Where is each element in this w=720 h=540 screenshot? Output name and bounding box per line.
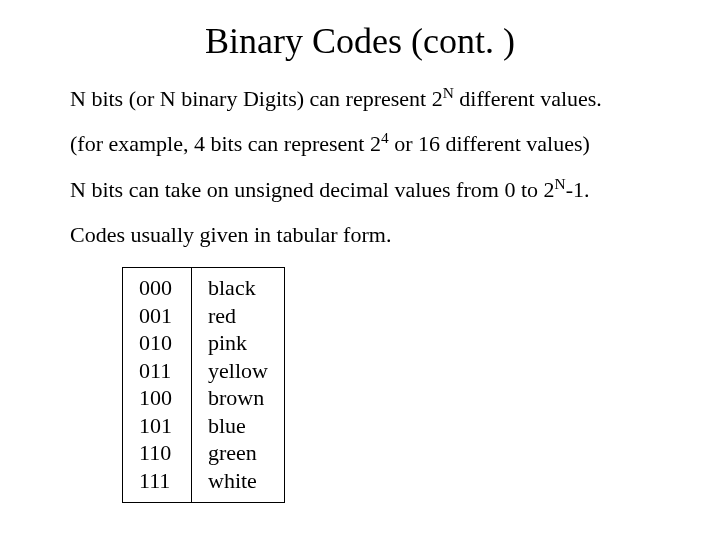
table-row: green — [208, 439, 268, 467]
paragraph-2: (for example, 4 bits can represent 24 or… — [70, 131, 650, 156]
codes-column-binary: 000 001 010 011 100 101 110 111 — [122, 267, 192, 503]
table-row: 100 — [139, 384, 175, 412]
table-row: 110 — [139, 439, 175, 467]
p2-text-b: or 16 different values) — [389, 131, 590, 156]
p3-superscript: N — [555, 174, 566, 191]
table-row: white — [208, 467, 268, 495]
table-row: 001 — [139, 302, 175, 330]
paragraph-1: N bits (or N binary Digits) can represen… — [70, 86, 650, 111]
paragraph-3: N bits can take on unsigned decimal valu… — [70, 177, 650, 202]
table-row: yellow — [208, 357, 268, 385]
table-row: 010 — [139, 329, 175, 357]
p1-text-b: different values. — [454, 86, 602, 111]
table-row: red — [208, 302, 268, 330]
p2-text-a: (for example, 4 bits can represent 2 — [70, 131, 381, 156]
p1-text-a: N bits (or N binary Digits) can represen… — [70, 86, 443, 111]
table-row: black — [208, 274, 268, 302]
table-row: 101 — [139, 412, 175, 440]
p2-superscript: 4 — [381, 129, 389, 146]
table-row: brown — [208, 384, 268, 412]
p1-superscript: N — [443, 84, 454, 101]
codes-table: 000 001 010 011 100 101 110 111 black re… — [122, 267, 650, 503]
page-title: Binary Codes (cont. ) — [70, 20, 650, 62]
table-row: 011 — [139, 357, 175, 385]
paragraph-4: Codes usually given in tabular form. — [70, 222, 650, 247]
table-row: blue — [208, 412, 268, 440]
table-row: 111 — [139, 467, 175, 495]
p3-text-b: -1. — [566, 177, 590, 202]
table-row: 000 — [139, 274, 175, 302]
p3-text-a: N bits can take on unsigned decimal valu… — [70, 177, 555, 202]
codes-column-name: black red pink yellow brown blue green w… — [192, 267, 285, 503]
table-row: pink — [208, 329, 268, 357]
